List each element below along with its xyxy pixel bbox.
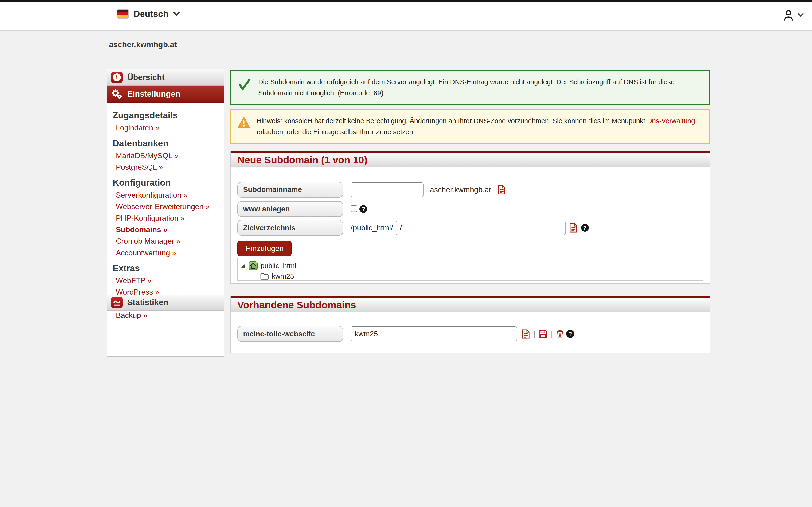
subdomainname-row: Subdomainname .ascher.kwmhgb.at	[237, 182, 703, 198]
domain-suffix: .ascher.kwmhgb.at	[428, 185, 491, 194]
sidebar-link-cronjob-manager[interactable]: Cronjob Manager »	[116, 236, 220, 246]
sidebar-item-einstellungen[interactable]: Einstellungen	[107, 86, 224, 103]
gears-icon	[111, 88, 123, 100]
subdomainname-label: Subdomainname	[237, 182, 343, 198]
chart-icon	[111, 297, 123, 308]
existing-subdomains-panel: Vorhandene Subdomains meine-tolle-websei…	[230, 296, 710, 353]
sidebar-item-statistiken[interactable]: Statistiken	[107, 294, 224, 311]
zielverzeichnis-input[interactable]	[396, 221, 566, 235]
warning-icon	[237, 116, 250, 128]
language-selector[interactable]: Deutsch	[117, 9, 180, 19]
warning-text-before: Hinweis: konsoleH hat derzeit keine Bere…	[257, 117, 647, 125]
www-anlegen-label: www anlegen	[237, 201, 343, 217]
directory-tree: public_html kwm25	[237, 258, 703, 281]
sidebar-link-accountwartung[interactable]: Accountwartung »	[116, 248, 220, 258]
tree-child-row[interactable]: kwm25	[260, 271, 703, 281]
sidebar-link-logindaten[interactable]: Logindaten »	[116, 123, 220, 132]
www-checkbox[interactable]	[351, 205, 358, 213]
panel-title: Vorhandene Subdomains	[231, 296, 710, 313]
info-icon: i	[111, 72, 123, 83]
folder-icon	[260, 273, 269, 280]
new-subdomain-form: Subdomainname .ascher.kwmhgb.at www anle…	[231, 167, 710, 283]
chevron-down-icon	[798, 13, 804, 17]
sidebar-link-php-konfiguration[interactable]: PHP-Konfiguration »	[116, 213, 220, 223]
subdomain-name-label: meine-tolle-webseite	[237, 326, 343, 342]
sidebar-item-label: Einstellungen	[128, 90, 181, 99]
section-heading: Zugangsdetails	[113, 110, 220, 120]
user-icon	[782, 8, 795, 22]
help-icon[interactable]: ?	[581, 224, 589, 232]
panel-title: Neue Subdomain (1 von 10)	[231, 151, 710, 167]
document-icon[interactable]	[569, 223, 577, 233]
new-subdomain-panel: Neue Subdomain (1 von 10) Subdomainname …	[230, 151, 710, 284]
checkmark-icon	[237, 77, 252, 91]
subdomain-target-input[interactable]	[351, 327, 517, 341]
help-icon[interactable]: ?	[566, 330, 574, 338]
warning-message-text: Hinweis: konsoleH hat derzeit keine Bere…	[257, 115, 703, 137]
success-message: Die Subdomain wurde erfolgreich auf dem …	[230, 70, 710, 105]
document-icon[interactable]	[498, 185, 505, 194]
www-row: www anlegen ?	[237, 201, 703, 217]
tree-root-row[interactable]: public_html	[241, 261, 703, 271]
sidebar-item-label: Statistiken	[128, 298, 168, 307]
sidebar-sections: Zugangsdetails Logindaten » Datenbanken …	[107, 103, 224, 320]
top-bar: Deutsch	[0, 2, 812, 31]
sidebar-link-webftp[interactable]: WebFTP »	[116, 276, 220, 285]
section-heading: Datenbanken	[113, 138, 220, 148]
user-menu[interactable]	[782, 8, 804, 22]
zielverzeichnis-label: Zielverzeichnis	[237, 220, 343, 236]
separator: |	[551, 330, 553, 338]
chevron-down-icon	[173, 11, 180, 16]
sidebar-item-uebersicht[interactable]: i Übersicht	[107, 69, 224, 86]
target-prefix: /public_html/	[351, 223, 393, 232]
warning-message: Hinweis: konsoleH hat derzeit keine Bere…	[230, 109, 710, 144]
sidebar-link-postgresql[interactable]: PostgreSQL »	[116, 162, 220, 172]
konsoleh-page: Deutsch ascher.kwmhgb.at i Übersicht	[0, 0, 812, 507]
help-icon[interactable]: ?	[359, 205, 367, 213]
section-heading: Konfiguration	[113, 178, 220, 188]
sidebar-link-backup[interactable]: Backup »	[116, 311, 220, 320]
language-label: Deutsch	[134, 9, 168, 19]
sidebar-item-label: Übersicht	[128, 73, 165, 82]
separator: |	[534, 330, 535, 338]
save-icon[interactable]	[539, 330, 547, 338]
sidebar-link-serverkonfiguration[interactable]: Serverkonfiguration »	[116, 190, 220, 200]
german-flag-icon	[117, 9, 129, 18]
document-icon[interactable]	[522, 329, 529, 339]
hinzufuegen-button[interactable]: Hinzufügen	[237, 241, 292, 256]
subdomainname-input[interactable]	[351, 182, 424, 197]
subdomain-row: meine-tolle-webseite | |	[237, 326, 703, 342]
row-actions: | | ?	[522, 329, 574, 339]
main-content: Die Subdomain wurde erfolgreich auf dem …	[230, 70, 710, 353]
sidebar-link-webserver-erweiterungen[interactable]: Webserver-Erweiterungen »	[116, 202, 220, 211]
trash-icon[interactable]	[556, 330, 564, 338]
tree-collapse-icon[interactable]	[241, 264, 245, 268]
sidebar: i Übersicht Einstellungen	[107, 69, 224, 356]
section-heading: Extras	[113, 263, 220, 273]
page-title: ascher.kwmhgb.at	[109, 40, 177, 49]
zielverzeichnis-row: Zielverzeichnis /public_html/ ?	[237, 220, 703, 236]
dns-verwaltung-link[interactable]: Dns-Verwaltung	[647, 117, 695, 125]
sidebar-link-mariadb-mysql[interactable]: MariaDB/MySQL »	[116, 151, 220, 160]
sidebar-link-subdomains[interactable]: Subdomains »	[116, 225, 220, 234]
success-message-text: Die Subdomain wurde erfolgreich auf dem …	[258, 76, 703, 99]
tree-child-label: kwm25	[272, 272, 294, 280]
tree-root-label: public_html	[261, 262, 296, 270]
top-border	[0, 0, 812, 2]
home-icon	[249, 262, 257, 270]
existing-subdomains-list: meine-tolle-webseite | |	[231, 313, 710, 352]
warning-text-after: erlauben, oder die Einträge selbst Ihrer…	[257, 128, 415, 136]
